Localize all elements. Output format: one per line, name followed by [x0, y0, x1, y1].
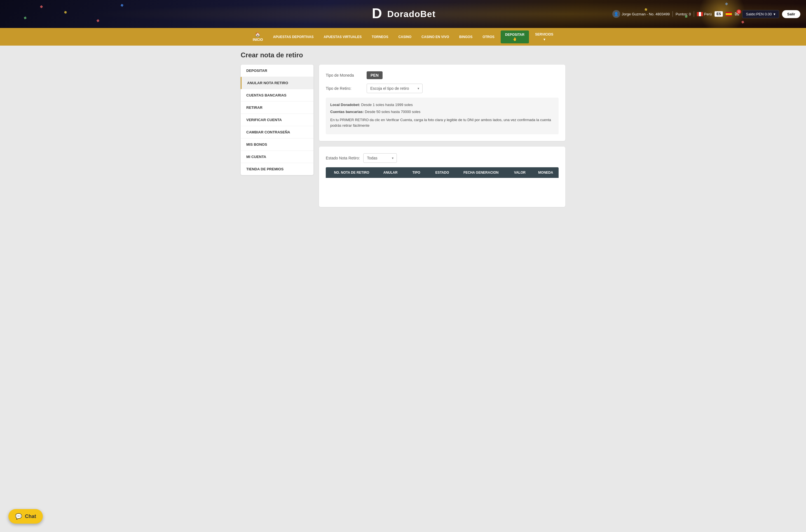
nav-bingos-label: BINGOS — [459, 35, 472, 39]
sidebar-item-retirar[interactable]: RETIRAR — [241, 101, 314, 114]
svg-rect-4 — [726, 12, 732, 13]
nav-casino[interactable]: CASINO — [393, 31, 416, 43]
info-local-line: Local Doradobet: Desde 1 soles hasta 199… — [330, 102, 554, 108]
chevron-down-icon: ▾ — [543, 37, 545, 41]
sidebar: DEPOSITAR ANULAR NOTA RETIRO CUENTAS BAN… — [241, 64, 314, 175]
hand-icon: 🤚 — [513, 37, 517, 41]
form-section: Tipo de Moneda PEN Tipo de Retiro: Escoj… — [319, 64, 565, 141]
sidebar-item-verificar-cuenta[interactable]: VERIFICAR CUENTA — [241, 114, 314, 126]
info-bancarias-line: Cuentas bancarias: Desde 50 soles hasta … — [330, 109, 554, 115]
svg-text:D: D — [372, 5, 382, 21]
th-moneda: MONEDA — [533, 167, 559, 178]
chat-icon: 💬 — [15, 513, 22, 520]
pen-badge: PEN — [367, 71, 382, 79]
nav-bingos[interactable]: BINGOS — [454, 31, 477, 43]
salir-button[interactable]: Salir — [782, 10, 801, 18]
info-nota-line: En tu PRIMER RETIRO da clic en Verificar… — [330, 117, 554, 129]
saldo-chevron-icon: ▾ — [773, 12, 775, 16]
page-content: Crear nota de retiro DEPOSITAR ANULAR NO… — [235, 45, 571, 218]
flag-es-icon — [726, 12, 732, 16]
logo-icon: D — [371, 5, 385, 22]
info-bancarias-text: Desde 50 soles hasta 70000 soles — [365, 110, 420, 114]
th-anular: ANULAR — [377, 167, 403, 178]
info-local-text: Desde 1 soles hasta 1999 soles — [361, 103, 413, 107]
nav-casino-en-vivo[interactable]: CASINO EN VIVO — [416, 31, 454, 43]
svg-rect-5 — [726, 13, 732, 15]
nav-inicio[interactable]: 🏠 INICIO — [248, 28, 268, 45]
sidebar-item-mis-bonos[interactable]: MIS BONOS — [241, 138, 314, 151]
th-nota-retiro: NO. NOTA DE RETIRO — [326, 167, 377, 178]
table-section: Estado Nota Retiro: Todas Pendiente Apro… — [319, 147, 565, 207]
estado-label: Estado Nota Retiro: — [326, 156, 360, 160]
table-body — [326, 178, 559, 200]
svg-rect-1 — [697, 12, 699, 16]
nav-bar: 🏠 INICIO APUESTAS DEPORTIVAS APUESTAS VI… — [0, 28, 806, 45]
nav-apuestas-deportivas[interactable]: APUESTAS DEPORTIVAS — [268, 31, 319, 43]
nav-servicios-label: SERVICIOS — [535, 33, 553, 36]
nav-torneos-label: TORNEOS — [372, 35, 388, 39]
sidebar-item-tienda-de-premios[interactable]: TIENDA DE PREMIOS — [241, 163, 314, 175]
logo-text: DoradoBet — [387, 9, 436, 19]
nav-otros[interactable]: OTROS — [477, 31, 500, 43]
nav-apuestas-virtuales-label: APUESTAS VIRTUALES — [324, 35, 362, 39]
tipo-moneda-row: Tipo de Moneda PEN — [326, 71, 559, 79]
user-name: Jorge Guzman - No. 4803499 — [622, 12, 670, 16]
home-icon: 🏠 — [255, 32, 261, 37]
info-local-label: Local Doradobet: — [330, 103, 360, 107]
nav-servicios[interactable]: SERVICIOS ▾ — [530, 28, 558, 45]
chat-label: Chat — [25, 514, 36, 519]
header-right: 👤 Jorge Guzman - No. 4803499 Puntos: 0 P… — [612, 10, 801, 18]
svg-rect-2 — [699, 12, 701, 16]
svg-rect-3 — [701, 12, 703, 16]
user-avatar-icon: 👤 — [612, 10, 620, 18]
estado-select[interactable]: Todas Pendiente Aprobada Anulada — [363, 153, 397, 163]
tipo-retiro-select[interactable]: Escoja el tipo de retiro Local Doradobet… — [367, 83, 423, 93]
chat-button[interactable]: 💬 Chat — [8, 509, 43, 524]
nav-inicio-label: INICIO — [253, 38, 263, 42]
nav-depositar[interactable]: DEPOSITAR 🤚 — [501, 31, 529, 43]
tipo-retiro-wrapper: Escoja el tipo de retiro Local Doradobet… — [367, 83, 423, 93]
info-bancarias-label: Cuentas bancarias: — [330, 110, 364, 114]
nav-otros-label: OTROS — [483, 35, 494, 39]
sidebar-item-depositar[interactable]: DEPOSITAR — [241, 64, 314, 77]
country-label: Perú — [704, 12, 712, 16]
sidebar-item-cuentas-bancarias[interactable]: CUENTAS BANCARIAS — [241, 89, 314, 101]
mail-button[interactable]: ✉ 0 — [735, 11, 739, 17]
nav-torneos[interactable]: TORNEOS — [367, 31, 393, 43]
estado-row: Estado Nota Retiro: Todas Pendiente Apro… — [326, 153, 559, 163]
main-panel: Tipo de Moneda PEN Tipo de Retiro: Escoj… — [319, 64, 565, 213]
page-title: Crear nota de retiro — [241, 51, 565, 59]
nav-casino-en-vivo-label: CASINO EN VIVO — [421, 35, 449, 39]
nav-depositar-label: DEPOSITAR — [505, 33, 524, 37]
info-box: Local Doradobet: Desde 1 soles hasta 199… — [326, 98, 559, 134]
table-header: NO. NOTA DE RETIRO ANULAR TIPO ESTADO FE… — [326, 167, 559, 178]
th-tipo: TIPO — [403, 167, 429, 178]
logo[interactable]: D DoradoBet — [371, 5, 436, 22]
th-valor: VALOR — [507, 167, 532, 178]
th-fecha: FECHA GENERACION — [455, 167, 507, 178]
user-info: 👤 Jorge Guzman - No. 4803499 — [612, 10, 670, 18]
sidebar-item-cambiar-contrasena[interactable]: CAMBIAR CONTRASEÑA — [241, 126, 314, 138]
saldo-button[interactable]: Saldo:PEN 0.00 ▾ — [742, 10, 779, 18]
tipo-retiro-row: Tipo de Retiro: Escoja el tipo de retiro… — [326, 83, 559, 93]
country-area: Perú — [697, 12, 712, 16]
tipo-retiro-label: Tipo de Retiro: — [326, 86, 362, 91]
header: D DoradoBet 👤 Jorge Guzman - No. 4803499… — [0, 0, 806, 28]
sidebar-item-anular-nota-retiro[interactable]: ANULAR NOTA RETIRO — [241, 77, 314, 89]
main-layout: DEPOSITAR ANULAR NOTA RETIRO CUENTAS BAN… — [241, 64, 565, 213]
info-nota-text: En tu PRIMER RETIRO da clic en Verificar… — [330, 118, 551, 128]
tipo-moneda-label: Tipo de Moneda — [326, 73, 362, 77]
puntos-badge: Puntos: 0 — [676, 12, 691, 16]
nav-apuestas-virtuales[interactable]: APUESTAS VIRTUALES — [319, 31, 367, 43]
mail-count-badge: 0 — [736, 10, 741, 14]
flag-peru-icon — [697, 12, 703, 16]
th-estado: ESTADO — [429, 167, 455, 178]
nav-apuestas-deportivas-label: APUESTAS DEPORTIVAS — [273, 35, 314, 39]
saldo-label: Saldo:PEN 0.00 — [746, 12, 772, 16]
nav-casino-label: CASINO — [398, 35, 411, 39]
divider2 — [694, 11, 694, 17]
estado-select-wrapper: Todas Pendiente Aprobada Anulada — [363, 153, 397, 163]
svg-rect-6 — [726, 15, 732, 16]
sidebar-item-mi-cuenta[interactable]: MI CUENTA — [241, 151, 314, 163]
language-button[interactable]: ES — [714, 11, 723, 17]
